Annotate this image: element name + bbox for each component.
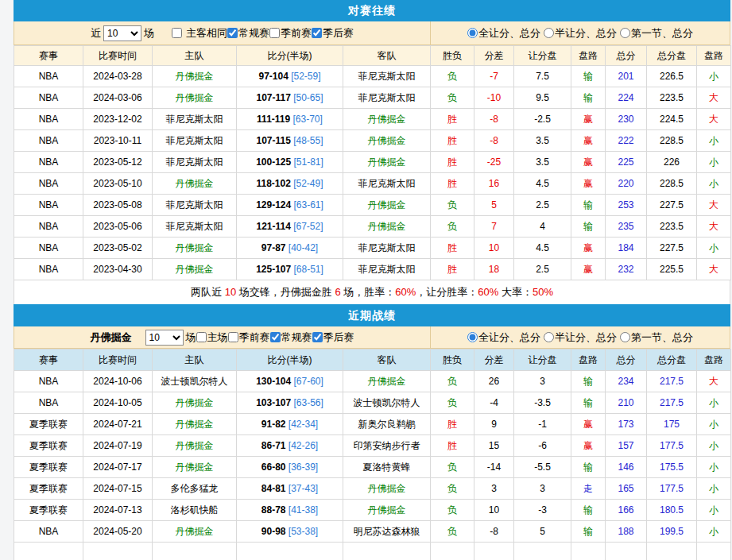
cell-league: 夏季联赛	[14, 478, 83, 500]
recent-games-count-select[interactable]: 10	[145, 330, 184, 346]
recent-header-row: 赛事 比赛时间 主队 比分(半场) 客队 胜负 分差 让分盘 盘路 总分 总分盘…	[14, 350, 731, 371]
cell-result: 负	[431, 500, 474, 521]
cell-away-team: 夏洛特黄蜂	[343, 457, 431, 478]
checkbox-preseason-input[interactable]	[269, 28, 280, 38]
cell-away-team: 波士顿凯尔特人	[343, 392, 431, 414]
checkbox-same-venue-input[interactable]	[172, 28, 182, 38]
cell-home-team: 丹佛掘金	[153, 66, 237, 87]
cell-total-road: 大	[697, 371, 731, 392]
col-header-diff: 分差	[474, 350, 514, 371]
cell-result: 负	[431, 478, 474, 500]
cell-total-road: 小	[697, 392, 731, 414]
cell-point-diff: 5	[474, 195, 514, 216]
h2h-section-title: 对赛往绩	[348, 4, 396, 17]
table-row: NBA2023-05-12菲尼克斯太阳100-125 [51-81]丹佛掘金胜-…	[14, 152, 731, 173]
cell-point-diff: 18	[474, 259, 514, 280]
table-row: 夏季联赛2024-07-17丹佛掘金66-80 [36-39]夏洛特黄蜂负-14…	[14, 457, 731, 478]
table-row: 夏季联赛2024-07-15多伦多猛龙84-81 [37-43]丹佛掘金负33走…	[14, 478, 731, 500]
cell-score: 97-87 [40-42]	[237, 238, 343, 259]
cell-handicap-line: 2.5	[514, 259, 571, 280]
radio-half-handicap-input[interactable]	[544, 28, 554, 38]
checkbox-same-venue-label: 主客相同	[186, 26, 227, 41]
radio-full-handicap-input[interactable]	[467, 28, 478, 38]
cell-handicap-line: -2.5	[514, 109, 571, 130]
cell-league: NBA	[14, 216, 83, 238]
checkbox-playoffs-input[interactable]	[312, 28, 322, 38]
cell-away-team: 丹佛掘金	[343, 152, 431, 173]
cell-handicap-line: 3	[514, 371, 571, 392]
cell-home-team: 菲尼克斯太阳	[153, 130, 237, 152]
cell-handicap-road: 赢	[571, 109, 606, 130]
cell-total-line: 224.5	[647, 109, 697, 130]
cell-away-team: 丹佛掘金	[343, 109, 431, 130]
cell-away-team: 丹佛掘金	[343, 216, 431, 238]
cell-handicap-road: 输	[571, 87, 606, 109]
cell-handicap-line: 3.5	[514, 152, 571, 173]
col-header-league: 赛事	[14, 350, 83, 371]
cell-total-road: 大	[697, 109, 731, 130]
cell-handicap-line: -5.5	[514, 457, 571, 478]
checkbox-regular-season-input[interactable]	[227, 28, 238, 38]
radio-full-handicap: 全让分、总分	[467, 26, 540, 41]
cell-league: NBA	[14, 371, 83, 392]
cell-away-team: 菲尼克斯太阳	[343, 66, 431, 87]
col-header-handicap-road: 盘路	[571, 46, 606, 66]
col-header-total-road: 盘路	[697, 350, 731, 371]
cell-date: 2024-07-13	[83, 500, 153, 521]
cell-handicap-line: 4	[514, 216, 571, 238]
summary-stat-value: 60%	[395, 286, 416, 298]
cell-handicap-line: 2.5	[514, 195, 571, 216]
cell-date: 2023-05-06	[83, 216, 153, 238]
checkbox-regular-season-label: 常规赛	[238, 26, 269, 41]
cell-handicap-road: 赢	[571, 152, 606, 173]
checkbox-preseason-2-input[interactable]	[228, 332, 238, 342]
cell-total-points: 166	[606, 500, 647, 521]
table-row: NBA2024-03-28丹佛掘金97-104 [52-59]菲尼克斯太阳负-7…	[14, 66, 731, 87]
radio-half-handicap-2-input[interactable]	[544, 332, 554, 342]
cell-away-team: 新奥尔良鹈鹕	[343, 414, 431, 435]
col-header-handicap: 让分盘	[514, 350, 571, 371]
cell-result: 胜	[431, 414, 474, 435]
table-row: NBA2023-05-02丹佛掘金97-87 [40-42]菲尼克斯太阳胜104…	[14, 238, 731, 259]
cell-away-team: 菲尼克斯太阳	[343, 173, 431, 195]
radio-first-quarter-input[interactable]	[620, 28, 630, 38]
cell-away-team: 菲尼克斯太阳	[343, 238, 431, 259]
main-content: 对赛往绩 近 10 场 主客相同 常规赛 季前赛 季后赛	[14, 0, 730, 560]
cell-score: 86-71 [42-26]	[237, 435, 343, 457]
cell-result: 胜	[431, 173, 474, 195]
checkbox-regular-season-2-input[interactable]	[270, 332, 281, 342]
col-header-score: 比分(半场)	[237, 350, 343, 371]
cell-total-road: 小	[697, 478, 731, 500]
radio-first-quarter: 第一节、总分	[620, 26, 693, 41]
cell-away-team: 菲尼克斯太阳	[343, 259, 431, 280]
col-header-date: 比赛时间	[83, 46, 153, 66]
cell-league: 夏季联赛	[14, 457, 83, 478]
radio-half-handicap-2-label: 半让分、总分	[555, 330, 617, 345]
cell-date: 2023-04-30	[83, 259, 153, 280]
cell-handicap-line: 4.5	[514, 238, 571, 259]
radio-first-quarter-2-input[interactable]	[620, 332, 630, 342]
h2h-header-row: 赛事 比赛时间 主队 比分(半场) 客队 胜负 分差 让分盘 盘路 总分 总分盘…	[14, 46, 731, 66]
checkbox-regular-season: 常规赛	[227, 26, 269, 41]
cell-result: 胜	[431, 152, 474, 173]
cell-date: 2023-05-02	[83, 238, 153, 259]
cell-date: 2023-05-12	[83, 152, 153, 173]
cell-score: 100-125 [51-81]	[237, 152, 343, 173]
checkbox-home-only: 主场	[196, 330, 228, 345]
cell-handicap-road: 赢	[571, 130, 606, 152]
cell-league: NBA	[14, 259, 83, 280]
cell-total-points: 184	[606, 238, 647, 259]
cell-score: 91-82 [42-34]	[237, 414, 343, 435]
cell-point-diff: -10	[474, 87, 514, 109]
cell-date: 2024-05-20	[83, 521, 153, 543]
checkbox-playoffs-2-input[interactable]	[312, 332, 323, 342]
checkbox-home-only-input[interactable]	[196, 332, 207, 342]
h2h-games-count-select[interactable]: 10	[103, 25, 141, 41]
cell-total-road: 大	[697, 216, 731, 238]
cell-home-team: 菲尼克斯太阳	[153, 152, 237, 173]
cell-handicap-line: 3	[514, 478, 571, 500]
cell-handicap-road: 赢	[571, 435, 606, 457]
table-row: NBA2023-05-06菲尼克斯太阳121-114 [67-52]丹佛掘金负7…	[14, 216, 731, 238]
radio-full-handicap-2-input[interactable]	[467, 332, 478, 342]
cell-total-points: 230	[606, 109, 647, 130]
